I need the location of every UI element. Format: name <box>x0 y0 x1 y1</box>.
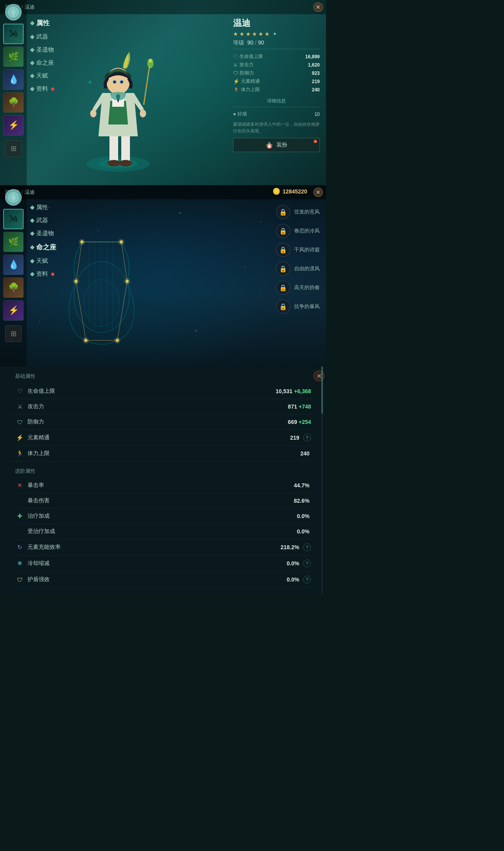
avatar-char5-2[interactable]: ⚡ <box>3 300 24 321</box>
avatar-bg-venti-2: 🌬 <box>4 210 23 229</box>
stat-em: ⚡ 元素精通 219 <box>233 77 320 85</box>
svg-text:✦: ✦ <box>87 78 93 87</box>
star-dot <box>261 221 261 222</box>
level-label: 等级 <box>233 39 244 46</box>
detail-crit-rate-name: 暴击率 <box>28 482 294 489</box>
nav-label-artifacts: 圣遗物 <box>36 46 54 54</box>
avatar-bg-char4-2: 🌳 <box>4 278 23 297</box>
nav-item-profile[interactable]: 资料 <box>31 84 54 94</box>
detail-heal-base: 0.0% <box>297 513 309 519</box>
stat-def-name: 防御力 <box>240 70 254 76</box>
constellation-lock-2: 🔒 <box>276 224 290 238</box>
detail-cdr-help[interactable]: ? <box>303 559 311 567</box>
constellation-item-3[interactable]: 🔒 千风的诗篇 <box>276 243 320 257</box>
stat-def-value: 923 <box>312 71 320 76</box>
nav-diamond-1 <box>30 21 34 25</box>
outfit-button[interactable]: 🪆 装扮 <box>233 138 320 152</box>
constellation-item-1[interactable]: 🔒 弦发的苍风 <box>276 205 320 219</box>
avatar-char4[interactable]: 🌳 <box>3 92 24 113</box>
hp-icon: ♡ <box>233 54 238 59</box>
star-5: ★ <box>258 31 263 37</box>
detail-er-help[interactable]: ? <box>303 543 311 551</box>
close-button-2[interactable]: ✕ <box>313 188 323 197</box>
detail-stat-crit-dmg: 暴击伤害 82.6% <box>13 493 313 509</box>
detail-hp-icon: ♡ <box>15 388 24 395</box>
detail-incoming-heal-name: 受治疗加成 <box>28 528 297 535</box>
stat-stamina-name: 体力上限 <box>241 86 260 93</box>
level-separator: / <box>255 39 258 46</box>
adv-stats-title: 进阶属性 <box>13 468 313 475</box>
basic-stats-title: 基础属性 <box>13 373 313 380</box>
avatar-char3[interactable]: 💧 <box>3 69 24 90</box>
upgrade-icon: ✦ <box>272 31 277 37</box>
nav-diamond-4 <box>30 61 34 65</box>
constellation-item-4[interactable]: 🔒 自由的凛风 <box>276 262 320 276</box>
star-1: ★ <box>233 31 238 37</box>
svg-point-6 <box>107 160 120 166</box>
constellation-section: 风元素 / 温迪 🪙 12845220 ✕ 🌬 🌿 💧 🌳 <box>0 185 326 366</box>
svg-point-1 <box>12 11 15 13</box>
grid-menu-button-2[interactable]: ⊞ <box>5 325 22 342</box>
stamina-icon: 🏃 <box>233 87 239 93</box>
avatar-char2[interactable]: 🌿 <box>3 46 24 67</box>
avatar-bg-char2-2: 🌿 <box>4 232 23 252</box>
detail-atk-icon: ⚔ <box>15 403 24 410</box>
stat-def-left: 🛡 防御力 <box>233 70 254 76</box>
constellation-item-5[interactable]: 🔒 高天的协奏 <box>276 281 320 295</box>
star-3: ★ <box>246 31 251 37</box>
constellation-lock-6: 🔒 <box>276 299 290 314</box>
nav-item-constellation[interactable]: 命之座 <box>31 58 54 68</box>
avatar-char2-2[interactable]: 🌿 <box>3 232 24 252</box>
detail-incoming-heal-base: 0.0% <box>297 528 309 535</box>
svg-point-19 <box>120 81 123 83</box>
scrollbar-thumb[interactable] <box>321 366 323 414</box>
detail-stat-er: ↻ 元素充能效率 218.2% ? <box>13 539 313 556</box>
detail-crit-dmg-base: 82.6% <box>294 498 309 504</box>
detail-heal-name: 治疗加成 <box>28 513 297 520</box>
avatar-char4-2[interactable]: 🌳 <box>3 277 24 298</box>
detail-heal-icon: ✚ <box>15 513 24 520</box>
avatar-venti-2[interactable]: 🌬 <box>3 209 24 229</box>
detail-def-base: 669 <box>288 419 297 425</box>
nav-label-talents: 天赋 <box>36 72 48 80</box>
detail-shield-help[interactable]: ? <box>303 576 311 583</box>
detail-stat-shield: 🛡 护盾强效 0.0% ? <box>13 572 313 588</box>
avatar-bg-char3-2: 💧 <box>4 255 23 275</box>
level-current: 90 <box>247 39 254 46</box>
svg-point-25 <box>74 262 129 333</box>
svg-line-46 <box>76 281 86 340</box>
avatar-bg-char3: 💧 <box>4 70 23 89</box>
outfit-badge <box>314 140 317 143</box>
avatar-venti[interactable]: 🌬 <box>3 24 24 44</box>
detail-crit-dmg-name: 暴击伤害 <box>28 497 294 504</box>
star-dot <box>82 200 82 200</box>
nav-item-weapon[interactable]: 武器 <box>31 32 54 42</box>
constellation-item-6[interactable]: 🔒 抗争的暴风 <box>276 299 320 314</box>
constellation-name-4: 自由的凛风 <box>294 265 320 272</box>
friendship-row: ♥ 好感 10 <box>233 110 320 119</box>
avatar-char5[interactable]: ⚡ <box>3 115 24 136</box>
game-logo-2 <box>5 189 22 206</box>
coin-amount: 12845220 <box>283 188 307 195</box>
constellation-name-3: 千风的诗篇 <box>294 246 320 253</box>
grid-menu-button[interactable]: ⊞ <box>5 140 22 157</box>
nav-item-talents[interactable]: 天赋 <box>31 71 54 81</box>
nav-label-profile: 资料 <box>36 85 48 93</box>
nav-item-artifacts[interactable]: 圣遗物 <box>31 45 54 55</box>
svg-rect-5 <box>121 132 130 164</box>
profile-badge <box>51 87 54 91</box>
constellation-item-2[interactable]: 🔒 眷恋的冷风 <box>276 224 320 238</box>
coin-icon: 🪙 <box>272 188 280 195</box>
detail-em-help[interactable]: ? <box>303 434 311 442</box>
character-description: 蒙德城诸多吟游诗人中的一位，自由自在地穿行在街头巷尾。 <box>233 121 320 134</box>
stat-stamina-left: 🏃 体力上限 <box>233 86 260 93</box>
stat-hp-left: ♡ 生命值上限 <box>233 53 263 60</box>
constellation-lock-1: 🔒 <box>276 205 290 219</box>
detail-shield-name: 护盾强效 <box>28 576 287 583</box>
detail-info-button[interactable]: 详细信息 <box>233 97 320 107</box>
detail-stats-inner: ✕ 基础属性 ♡ 生命值上限 10,531 +6,368 ⚔ 攻击力 871 +… <box>13 366 313 594</box>
nav-item-attributes[interactable]: 属性 <box>31 17 54 29</box>
detail-stat-atk: ⚔ 攻击力 871 +748 <box>13 399 313 414</box>
avatar-char3-2[interactable]: 💧 <box>3 255 24 275</box>
close-button-1[interactable]: ✕ <box>313 2 323 12</box>
